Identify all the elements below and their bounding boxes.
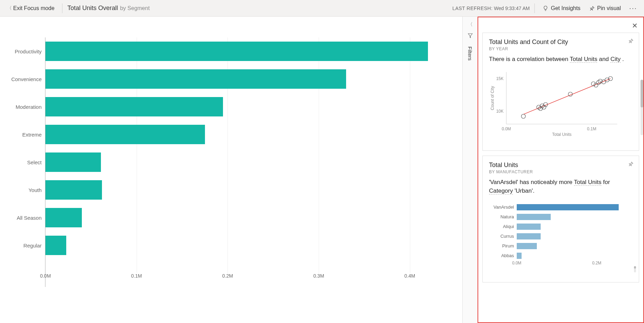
divider <box>534 3 535 13</box>
insight-subtitle: BY YEAR <box>489 46 633 51</box>
pin-icon <box>589 5 595 11</box>
pin-visual-button[interactable]: Pin visual <box>586 4 624 13</box>
x-axis-tick: 0.4M <box>404 273 415 279</box>
bar[interactable] <box>45 208 82 227</box>
insight-subtitle: BY MANUFACTURER <box>489 169 633 174</box>
last-refresh-value: Wed 9:33:47 AM <box>494 6 530 11</box>
close-insights-button[interactable]: ✕ <box>632 21 638 30</box>
y-axis-labels: ProductivityConvenienceModerationExtreme… <box>10 37 45 287</box>
mini-y-label: Aliqui <box>489 224 517 229</box>
insight-title: Total Units <box>489 162 633 169</box>
insight-description: 'VanArsdel' has noticeably more Total Un… <box>489 178 633 195</box>
mini-x-tick: 0.0M <box>512 261 522 265</box>
bar-row <box>45 37 455 65</box>
mini-y-label: Pirum <box>489 243 517 248</box>
bar[interactable] <box>45 69 346 89</box>
svg-text:0.0M: 0.0M <box>502 126 511 131</box>
bar-row <box>45 232 455 259</box>
mini-bar-row: VanArsdel <box>489 202 633 212</box>
mini-bar-row: Natura <box>489 212 633 222</box>
bar[interactable] <box>45 42 428 61</box>
bar[interactable] <box>45 125 205 144</box>
plot-area: 0.0M0.1M0.2M0.3M0.4M <box>45 37 455 287</box>
svg-text:Total Units: Total Units <box>552 132 572 137</box>
x-axis-tick: 0.3M <box>313 273 324 279</box>
x-axis-tick: 0.1M <box>131 273 142 279</box>
y-axis-label: Convenience <box>10 65 45 93</box>
mini-bar[interactable] <box>517 214 551 220</box>
insight-title: Total Units and Count of City <box>489 38 633 46</box>
mini-y-label: Abbas <box>489 253 517 258</box>
bar[interactable] <box>45 236 66 255</box>
insight-cards-container: Total Units and Count of CityBY YEARTher… <box>482 21 639 282</box>
get-insights-button[interactable]: Get Insights <box>540 4 583 13</box>
last-refresh-label: LAST REFRESH: <box>452 6 492 11</box>
y-axis-label: Productivity <box>10 37 45 65</box>
divider <box>62 3 62 13</box>
bulb-icon <box>542 5 549 11</box>
y-axis-label: Regular <box>10 232 45 259</box>
mini-bar[interactable] <box>517 224 541 230</box>
chevron-left-icon: 〈 <box>7 5 12 11</box>
bar-row <box>45 176 455 204</box>
bar[interactable] <box>45 180 102 200</box>
insight-card[interactable]: Total UnitsBY MANUFACTURER'VanArsdel' ha… <box>482 156 639 282</box>
y-axis-label: Moderation <box>10 93 45 121</box>
mini-y-label: VanArsdel <box>489 204 517 210</box>
filters-rail: 〈 Filters <box>462 17 478 323</box>
insight-mini-chart[interactable]: VanArsdelNaturaAliquiCurrusPirumAbbas0.0… <box>489 200 633 277</box>
exit-focus-button[interactable]: 〈 Exit Focus mode <box>4 4 57 13</box>
title-sub: by Segment <box>120 5 149 11</box>
insight-scrollbar[interactable] <box>634 266 636 272</box>
insight-description: There is a correlation between Total Uni… <box>489 55 633 64</box>
mini-bar-row: Aliqui <box>489 222 633 232</box>
topbar: 〈 Exit Focus mode Total Units Overall by… <box>0 0 644 17</box>
svg-text:0.1M: 0.1M <box>587 126 596 131</box>
y-axis-label: Extreme <box>10 121 45 148</box>
insight-card[interactable]: Total Units and Count of CityBY YEARTher… <box>482 33 639 151</box>
svg-text:10K: 10K <box>496 108 504 113</box>
y-axis-label: All Season <box>10 204 45 232</box>
get-insights-label: Get Insights <box>551 5 580 11</box>
x-axis: 0.0M0.1M0.2M0.3M0.4M <box>45 273 455 280</box>
last-refresh: LAST REFRESH: Wed 9:33:47 AM <box>452 6 530 11</box>
mini-bar[interactable] <box>517 204 619 210</box>
mini-bar[interactable] <box>517 243 537 249</box>
bar-row <box>45 65 455 93</box>
mini-y-label: Natura <box>489 214 517 219</box>
pin-insight-button[interactable] <box>628 38 634 45</box>
bar[interactable] <box>45 152 101 172</box>
bar-row <box>45 121 455 148</box>
exit-focus-label: Exit Focus mode <box>13 5 54 11</box>
insight-mini-chart[interactable]: 10K15K0.0M0.1MTotal UnitsCount of City <box>489 69 633 145</box>
svg-point-14 <box>591 81 595 86</box>
pin-insight-button[interactable] <box>628 161 634 168</box>
filter-icon[interactable] <box>467 33 473 40</box>
mini-bar[interactable] <box>517 253 522 259</box>
svg-text:Count of City: Count of City <box>490 86 495 110</box>
main-chart-area: ProductivityConvenienceModerationExtreme… <box>0 17 462 323</box>
bars-container <box>45 37 455 259</box>
svg-line-6 <box>523 78 610 114</box>
mini-x-tick: 0.2M <box>592 261 601 265</box>
insights-panel: ✕ Total Units and Count of CityBY YEARTh… <box>478 17 644 323</box>
topbar-right: LAST REFRESH: Wed 9:33:47 AM Get Insight… <box>452 3 640 13</box>
page-title: Total Units Overall by Segment <box>67 5 149 12</box>
bar[interactable] <box>45 97 223 116</box>
main: ProductivityConvenienceModerationExtreme… <box>0 17 644 323</box>
mini-bar-row: Currus <box>489 232 633 241</box>
bar-row <box>45 148 455 176</box>
scatter-plot: 10K15K0.0M0.1MTotal UnitsCount of City <box>489 69 621 138</box>
bar-row <box>45 204 455 232</box>
svg-point-7 <box>521 114 525 118</box>
filters-label: Filters <box>467 46 473 61</box>
collapse-filters-button[interactable]: 〈 <box>468 21 473 28</box>
page-scroll-thumb[interactable] <box>641 80 643 107</box>
insight-scroll-thumb[interactable] <box>634 266 636 269</box>
more-options-button[interactable]: ··· <box>626 4 640 12</box>
page-scrollbar[interactable] <box>641 80 643 135</box>
main-bar-chart[interactable]: ProductivityConvenienceModerationExtreme… <box>10 37 455 287</box>
mini-bar-row: Abbas <box>489 251 633 261</box>
mini-bar[interactable] <box>517 233 541 239</box>
mini-y-label: Currus <box>489 234 517 239</box>
